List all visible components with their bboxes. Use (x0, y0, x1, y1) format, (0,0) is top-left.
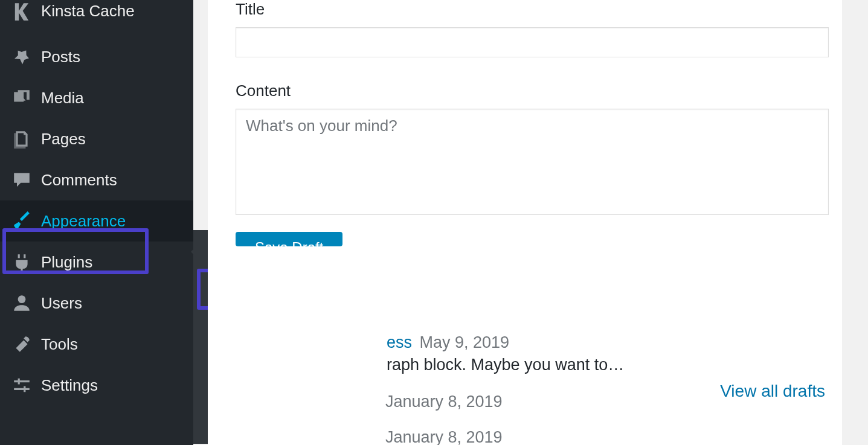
drafts-section: View all drafts ess May 9, 2019 raph blo… (208, 333, 842, 445)
sidebar-item-label: Kinsta Cache (41, 2, 135, 21)
content-label: Content (236, 82, 829, 100)
main-content-panel: Title Content Save Draft View all drafts… (208, 0, 842, 445)
title-label: Title (236, 0, 829, 19)
view-all-drafts-link[interactable]: View all drafts (720, 382, 825, 401)
pages-icon (11, 128, 33, 150)
sidebar-item-appearance[interactable]: Appearance (0, 200, 193, 242)
sidebar-item-label: Posts (41, 48, 80, 66)
plug-icon (11, 251, 33, 273)
sidebar-item-label: Users (41, 294, 82, 313)
draft-item[interactable]: January 8, 2019 (385, 428, 829, 445)
page-scrollbar[interactable] (856, 0, 868, 445)
admin-sidebar: Kinsta Cache Posts Media Pages Comments … (0, 0, 193, 445)
wrench-icon (11, 333, 33, 355)
kinsta-icon (11, 0, 33, 22)
sidebar-item-label: Plugins (41, 253, 92, 272)
draft-date: May 9, 2019 (419, 333, 509, 351)
sidebar-item-pages[interactable]: Pages (0, 118, 193, 159)
save-draft-button[interactable]: Save Draft (236, 232, 342, 246)
sidebar-item-tools[interactable]: Tools (0, 324, 193, 365)
draft-excerpt: raph block. Maybe you want to… (387, 356, 829, 374)
brush-icon (11, 210, 33, 232)
draft-item[interactable]: ess May 9, 2019 raph block. Maybe you wa… (387, 333, 829, 374)
sidebar-item-kinsta-cache[interactable]: Kinsta Cache (0, 0, 193, 36)
content-textarea[interactable] (236, 109, 829, 215)
sidebar-item-posts[interactable]: Posts (0, 36, 193, 77)
sidebar-item-settings[interactable]: Settings (0, 365, 193, 406)
sidebar-item-label: Tools (41, 335, 78, 354)
sidebar-item-label: Appearance (41, 212, 126, 231)
draft-title-fragment: ess (387, 333, 412, 351)
sidebar-item-comments[interactable]: Comments (0, 159, 193, 200)
comment-icon (11, 169, 33, 191)
sidebar-item-media[interactable]: Media (0, 77, 193, 118)
sidebar-item-label: Comments (41, 171, 117, 190)
sliders-icon (11, 374, 33, 396)
sidebar-item-label: Media (41, 89, 84, 107)
media-icon (11, 87, 33, 109)
svg-point-0 (18, 295, 26, 303)
title-input[interactable] (236, 27, 829, 57)
draft-date: January 8, 2019 (385, 392, 503, 411)
sidebar-item-plugins[interactable]: Plugins (0, 242, 193, 283)
sidebar-item-users[interactable]: Users (0, 283, 193, 324)
user-icon (11, 292, 33, 314)
pin-icon (11, 46, 33, 68)
sidebar-item-label: Settings (41, 376, 98, 395)
sidebar-item-label: Pages (41, 130, 86, 149)
draft-date: January 8, 2019 (385, 428, 503, 445)
